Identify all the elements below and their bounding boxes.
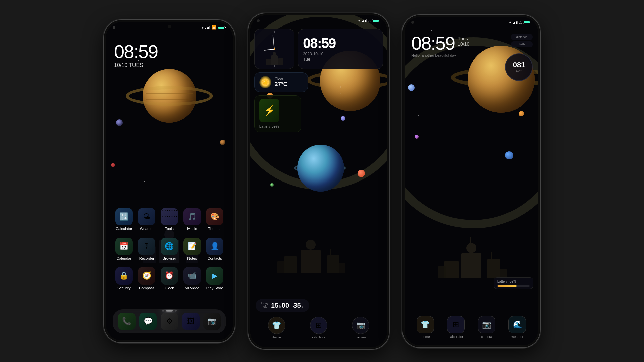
app-clock[interactable]: ⏰ Clock xyxy=(158,267,181,290)
saturn-planet xyxy=(126,66,213,133)
shortcut-theme[interactable]: 👕 theme xyxy=(268,317,285,339)
calendar-icon: 📅 xyxy=(115,238,133,255)
battery-widget-2[interactable]: ⚡ battery 59% xyxy=(254,95,301,132)
analog-clock-widget[interactable] xyxy=(254,29,294,69)
contacts-icon: 👤 xyxy=(206,238,223,255)
camera-dot-3 xyxy=(411,21,414,24)
phone3-date: 10/10 xyxy=(458,41,469,47)
app-playstore[interactable]: ▶ Play Store xyxy=(203,267,226,290)
app-calculator[interactable]: 🔢 Calculator xyxy=(113,208,136,231)
app-tools[interactable]: ⋯⋯⋯⋯⋯⋯⋯⋯⋯ Tools xyxy=(158,208,181,231)
status-bar-2: ∗ △ xyxy=(250,15,387,26)
tools-icon: ⋯⋯⋯⋯⋯⋯⋯⋯⋯ xyxy=(161,208,178,225)
dock-settings[interactable]: ⚙ xyxy=(161,313,178,330)
tools-label: Tools xyxy=(165,227,174,231)
date-display-1: 10/10 TUES xyxy=(114,62,158,68)
battery-progress-fill xyxy=(497,285,517,287)
shortcut-calc-2[interactable]: ⊞ calculator xyxy=(310,317,327,339)
clock-display-1: 08:59 10/10 TUES xyxy=(114,42,158,68)
day-number: 081 xyxy=(513,61,525,69)
phone3-greeting: Hello, another beautiful day xyxy=(411,53,494,57)
app-compass[interactable]: 🧭 Compass xyxy=(136,267,158,290)
notes-icon: 📝 xyxy=(183,238,201,255)
battery-widget-3[interactable]: battery: 59% xyxy=(494,277,533,289)
dock-theme-label-3: theme xyxy=(421,335,430,339)
clock-app-icon: ⏰ xyxy=(161,267,178,285)
dock-messages[interactable]: 💬 xyxy=(139,313,157,330)
dock-3: 👕 theme ⊞ calculator 📷 camera 🌊 weather xyxy=(410,316,533,339)
small-planet-3a xyxy=(408,84,415,91)
clock-center-dot xyxy=(274,48,275,50)
wifi-icon-3: △ xyxy=(519,21,522,24)
app-security[interactable]: 🔒 Security xyxy=(113,267,136,290)
app-calendar[interactable]: 📅 Calendar xyxy=(113,238,136,260)
info-card-distance[interactable]: distance xyxy=(511,34,533,40)
day-counter-3[interactable]: 081 DAY xyxy=(505,53,533,81)
app-themes[interactable]: 🎨 Themes xyxy=(203,208,226,231)
small-planet-2 xyxy=(220,140,225,145)
dock-calc-3[interactable]: ⊞ calculator xyxy=(447,316,465,339)
dock-camera-icon-3: 📷 xyxy=(478,316,495,333)
digital-clock-widget[interactable]: 08:59 2023-10-10 Tue xyxy=(298,29,383,69)
battery-icon-1 xyxy=(218,26,226,29)
weather-label: Weather xyxy=(140,227,154,231)
dock-calc-label-3: calculator xyxy=(449,335,463,339)
small-planet-1 xyxy=(116,119,123,126)
app-row-1: 🔢 Calculator 🌤 Weather ⋯⋯⋯⋯⋯⋯⋯⋯⋯ Tools 🎵… xyxy=(113,208,226,231)
timer-widget-2[interactable]: today left 15 h 00 m 35 s xyxy=(256,299,309,312)
dock-theme-3[interactable]: 👕 theme xyxy=(417,316,434,339)
info-card-birth[interactable]: birth xyxy=(511,41,533,47)
shortcut-camera-2[interactable]: 📷 camera xyxy=(352,317,369,339)
camera-dot-2 xyxy=(257,19,260,22)
signal-icon xyxy=(205,26,210,29)
music-icon: 🎵 xyxy=(183,208,201,225)
timer-display: 15 h 00 m 35 s xyxy=(271,302,303,309)
status-icons-1: ∗ 📶 xyxy=(201,25,226,30)
app-notes[interactable]: 📝 Notes xyxy=(181,238,204,260)
app-contacts[interactable]: 👤 Contacts xyxy=(203,238,226,260)
dock-weather-label-3: weather xyxy=(511,335,523,339)
top-widgets: 08:59 2023-10-10 Tue xyxy=(254,29,383,69)
signal-icon-3 xyxy=(513,21,518,24)
camera-shortcut-icon: 📷 xyxy=(352,317,369,334)
weather-info: Clear 27°C xyxy=(275,77,287,88)
dock-gallery[interactable]: 🖼 xyxy=(182,313,200,330)
small-planet-3c xyxy=(415,135,419,139)
dock-camera-3[interactable]: 📷 camera xyxy=(478,316,495,339)
weather-icon: 🌤 xyxy=(138,208,155,225)
security-label: Security xyxy=(117,286,131,290)
theme-shortcut-label: theme xyxy=(272,335,281,339)
browser-label: Browser xyxy=(163,256,176,260)
themes-label: Themes xyxy=(208,227,221,231)
playstore-icon: ▶ xyxy=(206,267,223,285)
app-music[interactable]: 🎵 Music xyxy=(181,208,204,231)
battery-icon-2 xyxy=(372,19,380,22)
small-planet-3 xyxy=(111,163,115,167)
video-icon: 📹 xyxy=(183,267,201,285)
time-display-1: 08:59 xyxy=(114,42,158,61)
notch-1 xyxy=(168,25,171,28)
city-2 xyxy=(277,233,344,273)
app-weather[interactable]: 🌤 Weather xyxy=(136,208,158,231)
dock-theme-icon-3: 👕 xyxy=(417,316,434,333)
small-planet-2c xyxy=(358,170,365,177)
app-browser[interactable]: 🌐 Browser xyxy=(158,238,181,260)
weather-sun-icon: ☀️ xyxy=(259,76,271,88)
phone-3-screen: ∗ △ 08:59 Tues 10/10 xyxy=(405,17,538,345)
compass-label: Compass xyxy=(139,286,154,290)
hour-mark-6 xyxy=(274,65,275,67)
calculator-label: Calculator xyxy=(116,227,132,231)
app-recorder[interactable]: 🎙 Recorder xyxy=(136,238,158,260)
dock-camera[interactable]: 📷 xyxy=(203,313,221,330)
dock-phone[interactable]: 📞 xyxy=(118,313,136,330)
small-planet-3d xyxy=(505,151,513,159)
dock-weather-3[interactable]: 🌊 weather xyxy=(508,316,526,339)
status-icons-2: ∗ △ xyxy=(358,19,380,22)
distance-label: distance xyxy=(514,35,530,39)
bottom-area-2: today left 15 h 00 m 35 s 👕 theme xyxy=(250,296,387,347)
battery-text-3: battery: 59% xyxy=(497,280,530,283)
weather-widget-2[interactable]: ☀️ Clear 27°C xyxy=(254,72,308,92)
calendar-label: Calendar xyxy=(116,256,131,260)
dock-1: 📞 💬 ⚙ 🖼 📷 xyxy=(113,309,226,333)
app-mivideo[interactable]: 📹 Mi Video xyxy=(181,267,204,290)
